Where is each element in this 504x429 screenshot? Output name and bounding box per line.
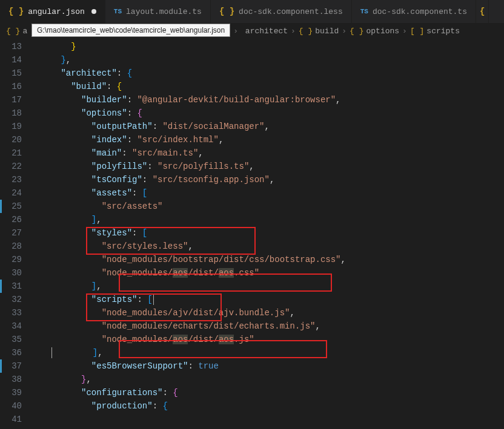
code-area[interactable]: } }, "architect": { "build": { "builder"… <box>30 39 504 429</box>
braces-icon: { } <box>219 7 234 16</box>
tab-overflow[interactable]: { <box>476 0 489 23</box>
tab-doc-sdk-ts[interactable]: TS doc-sdk.component.ts <box>352 0 476 23</box>
breadcrumb-label: a <box>22 27 27 36</box>
breadcrumb-label: scripts <box>426 27 460 36</box>
line-number-gutter: 1314151617181920 2122232425262728 293031… <box>2 39 30 429</box>
breadcrumb-scripts[interactable]: [ ] scripts <box>410 27 460 36</box>
breadcrumb-label: build <box>315 27 339 36</box>
modified-dot-icon <box>91 9 96 14</box>
tab-label: angular.json <box>28 7 85 16</box>
breadcrumb: { } a G:\mao\teamcircle_web\code\teamcir… <box>0 23 504 39</box>
breadcrumb-file[interactable]: { } a <box>6 27 27 36</box>
tab-angular-json[interactable]: { } angular.json <box>0 0 105 23</box>
tab-label: doc-sdk.component.ts <box>373 7 467 16</box>
tab-layout-module[interactable]: TS layout.module.ts <box>105 0 211 23</box>
breadcrumb-architect[interactable]: › architect <box>233 27 288 36</box>
ts-icon: TS <box>114 8 122 15</box>
braces-icon: { <box>480 7 485 16</box>
breadcrumb-build[interactable]: { } build <box>299 27 339 36</box>
breadcrumb-label: options <box>366 27 400 36</box>
braces-icon: { } <box>8 7 24 16</box>
text-cursor <box>153 294 154 305</box>
breadcrumb-options[interactable]: { } options <box>350 27 399 36</box>
ts-icon: TS <box>360 8 368 15</box>
file-path-tooltip: G:\mao\teamcircle_web\code\teamcircle_we… <box>31 24 230 37</box>
tab-bar: { } angular.json TS layout.module.ts { }… <box>0 0 504 23</box>
tab-label: doc-sdk.component.less <box>239 7 343 16</box>
code-editor[interactable]: 1314151617181920 2122232425262728 293031… <box>0 39 504 429</box>
text-cursor <box>51 347 52 358</box>
braces-icon: { } <box>6 27 20 36</box>
modification-bar <box>0 39 2 429</box>
tab-doc-sdk-less[interactable]: { } doc-sdk.component.less <box>211 0 352 23</box>
tab-label: layout.module.ts <box>126 7 202 16</box>
